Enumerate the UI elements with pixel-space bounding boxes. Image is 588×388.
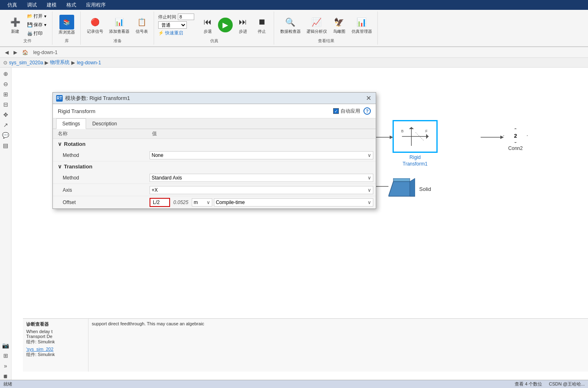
stop-time-group: 停止时间 <box>158 14 194 20</box>
breadcrumb-item-2[interactable]: 物理系统 <box>50 59 70 66</box>
help-icon[interactable]: ? <box>363 107 371 115</box>
translation-method-value[interactable]: Standard Axis ∨ <box>147 173 376 183</box>
forward-button[interactable]: ▶ <box>12 49 19 56</box>
data-inspector-button[interactable]: 🔍 数据检查器 <box>278 14 303 36</box>
mode-select[interactable]: 普通 <box>158 21 187 29</box>
stop-button[interactable]: ⏹ 停止 <box>253 14 270 36</box>
camera-icon[interactable]: 📷 <box>1 341 10 350</box>
diag-link[interactable]: 'sys_sim_202 <box>26 347 53 352</box>
select-icon[interactable]: ↗ <box>1 120 10 129</box>
lib-browser-button[interactable]: 📚 库浏览器 <box>57 14 77 36</box>
tab-debug[interactable]: 调试 <box>23 1 41 9</box>
canvas[interactable]: 1 Conn1 B F <box>11 68 588 380</box>
tab-description[interactable]: Description <box>86 118 123 129</box>
home-icon: ⊙ <box>3 60 7 66</box>
up-button[interactable]: 🏠 <box>20 49 30 56</box>
diag-line2: Transport De <box>26 334 85 339</box>
save-button[interactable]: 💾保存 ▼ <box>25 21 49 29</box>
record-button[interactable]: 🔴 记录信号 <box>85 14 105 36</box>
step-forward-button[interactable]: ⏭ 步进 <box>234 14 252 36</box>
signal-table-button[interactable]: 📋 信号表 <box>133 14 150 36</box>
print-button[interactable]: 🖨️打印 <box>25 29 49 37</box>
rotation-method-select[interactable]: None ∨ <box>150 151 373 159</box>
translation-method-row: Method Standard Axis ∨ <box>53 172 376 184</box>
offset-unit-select[interactable]: m ∨ <box>192 198 212 206</box>
axis-value[interactable]: +X ∨ <box>147 185 376 195</box>
col-name-header: 名称 <box>58 130 152 137</box>
diag-viewer-label[interactable]: 诊断查看器 <box>3 372 8 378</box>
tab-settings[interactable]: Settings <box>56 118 86 129</box>
add-viewer-button[interactable]: 📊 添加查看器 <box>107 14 132 36</box>
pan-icon[interactable]: ✥ <box>1 110 10 119</box>
run-button[interactable]: ▶ <box>218 18 233 32</box>
translation-toggle: ∨ <box>58 163 62 170</box>
zoom-in-icon[interactable]: ⊕ <box>1 69 10 78</box>
lib-group: 📚 库浏览器 库 <box>53 11 81 45</box>
fit-icon[interactable]: ⊞ <box>1 90 10 99</box>
offset-time-select[interactable]: Compile-time ∨ <box>214 198 373 206</box>
axis-select[interactable]: +X ∨ <box>150 186 373 194</box>
rotation-method-value[interactable]: None ∨ <box>147 150 376 160</box>
svg-marker-9 <box>426 134 429 139</box>
add-viewer-label: 添加查看器 <box>109 29 129 34</box>
diag-label: 诊断查看器 <box>26 321 85 327</box>
new-button[interactable]: ➕ 新建 <box>7 14 24 36</box>
translation-section-header[interactable]: ∨ Translation <box>53 161 376 172</box>
rotation-section-header[interactable]: ∨ Rotation <box>53 139 376 149</box>
tab-apps[interactable]: 应用程序 <box>82 1 110 9</box>
lib-browser-icon: 📚 <box>59 15 74 29</box>
tab-format[interactable]: 格式 <box>62 1 80 9</box>
conn2-block[interactable]: 2 Conn2 <box>503 128 528 151</box>
log-right-text: support direct feedthrough. This may cau… <box>92 321 204 326</box>
record-label: 记录信号 <box>87 29 103 34</box>
dialog-titlebar: RT 模块参数: Rigid Transform1 ✕ <box>53 93 376 104</box>
left-sidebar: ⊕ ⊖ ⊞ ⊟ ✥ ↗ 💬 ▤ 📷 ⊞ » 诊断查看器 <box>0 68 11 380</box>
block2-label: RigidTransform1 <box>393 154 438 167</box>
quick-restart-label: 快速重启 <box>165 30 183 36</box>
zoom-out-icon[interactable]: ⊖ <box>1 79 10 88</box>
lib-items: 📚 库浏览器 <box>57 12 77 37</box>
offset-row: Offset L/2 0.0525 m ∨ Compile-time <box>53 196 376 209</box>
layout-icon[interactable]: ▤ <box>1 141 10 150</box>
translation-method-select[interactable]: Standard Axis ∨ <box>150 174 373 182</box>
breadcrumb-item-1[interactable]: sys_sim_2020a <box>9 60 43 66</box>
sim-manager-button[interactable]: 📊 仿真管理器 <box>350 14 374 36</box>
comment-icon[interactable]: 💬 <box>1 131 10 140</box>
sim-controls-group: 停止时间 普通 ⚡ 快速重启 ⏮ 步退 <box>155 11 274 45</box>
solid-block[interactable]: Solid <box>388 178 431 200</box>
dialog-close-button[interactable]: ✕ <box>364 94 372 102</box>
tab-modeling[interactable]: 建模 <box>43 1 61 9</box>
back-button[interactable]: ◀ <box>3 49 10 56</box>
grid-icon[interactable]: ⊟ <box>1 100 10 109</box>
dialog-icon: RT <box>56 95 63 102</box>
rigid-transform1-block[interactable]: B F RigidTransform1 <box>393 120 438 153</box>
tab-sim[interactable]: 仿真 <box>3 1 21 9</box>
status-right-text: CSDN @王哈哈... <box>549 381 585 387</box>
bird-view-icon: 🦅 <box>333 16 346 29</box>
ribbon: ➕ 新建 📂打开 ▼ 💾保存 ▼ 🖨️打印 <box>0 10 588 47</box>
auto-apply-checkbox[interactable] <box>333 108 339 114</box>
file-items: ➕ 新建 📂打开 ▼ 💾保存 ▼ 🖨️打印 <box>7 12 49 37</box>
bird-view-button[interactable]: 🦅 鸟瞰图 <box>331 14 348 36</box>
conn2-num: 2 <box>514 133 517 139</box>
rotation-method-arrow: ∨ <box>368 152 371 158</box>
dialog-header: Rigid Transform 自动应用 ? <box>53 104 376 118</box>
offset-expr-input[interactable]: L/2 <box>150 198 170 207</box>
svg-marker-16 <box>393 178 410 182</box>
toolbar: 仿真 调试 建模 格式 应用程序 ➕ 新建 📂打开 ▼ 💾保存 <box>0 0 588 47</box>
translation-section: ∨ Translation Method Standard Axis ∨ <box>53 161 376 209</box>
lib-group-label: 库 <box>65 38 69 44</box>
stop-time-input[interactable] <box>178 14 194 20</box>
stop-icon: ⏹ <box>255 16 268 29</box>
expand-icon[interactable]: » <box>1 361 10 370</box>
review-items: 🔍 数据检查器 📈 逻辑分析仪 🦅 鸟瞰图 📊 仿真管理器 <box>278 12 374 37</box>
logic-analyzer-button[interactable]: 📈 逻辑分析仪 <box>304 14 329 36</box>
step-back-button[interactable]: ⏮ 步退 <box>199 14 216 36</box>
breadcrumb-item-3[interactable]: leg-down-1 <box>77 60 101 66</box>
open-button[interactable]: 📂打开 ▼ <box>25 12 49 20</box>
step-back-icon: ⏮ <box>201 16 214 29</box>
layers-icon[interactable]: ⊞ <box>1 351 10 360</box>
block2-inner: B F <box>393 120 438 153</box>
quick-restart-button[interactable]: ⚡ 快速重启 <box>158 30 194 36</box>
dialog-subtitle: Rigid Transform <box>58 108 330 114</box>
